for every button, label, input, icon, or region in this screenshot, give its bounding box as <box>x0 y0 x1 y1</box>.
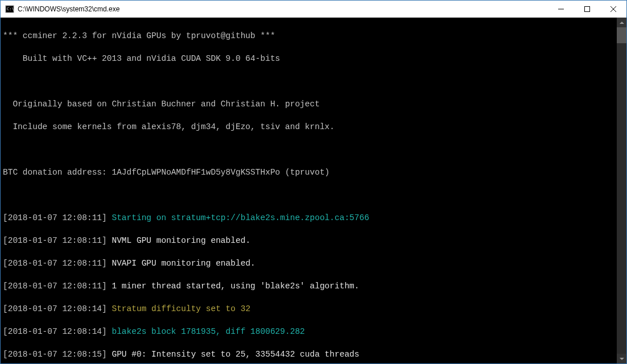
log-message: GPU #0: Intensity set to 25, 33554432 cu… <box>112 350 359 359</box>
scroll-thumb[interactable] <box>617 27 626 43</box>
log-timestamp: [2018-01-07 12:08:11] <box>3 259 107 268</box>
log-line: [2018-01-07 12:08:11] 1 miner thread sta… <box>3 280 626 292</box>
log-line: [2018-01-07 12:08:14] blake2s block 1781… <box>3 326 626 337</box>
log-message: Starting on stratum+tcp://blake2s.mine.z… <box>112 213 369 222</box>
console-area[interactable]: *** ccminer 2.2.3 for nVidia GPUs by tpr… <box>1 18 626 363</box>
svg-marker-7 <box>620 358 624 360</box>
log-line: [2018-01-07 12:08:11] NVML GPU monitorin… <box>3 235 626 246</box>
header-line: Built with VC++ 2013 and nVidia CUDA SDK… <box>3 53 626 64</box>
svg-text:C:\: C:\ <box>7 7 14 11</box>
log-message: NVML GPU monitoring enabled. <box>112 236 250 245</box>
log-timestamp: [2018-01-07 12:08:11] <box>3 236 107 245</box>
log-message: blake2s block 1781935, diff 1800629.282 <box>112 327 304 336</box>
scroll-up-button[interactable] <box>617 18 626 27</box>
svg-marker-6 <box>620 22 624 24</box>
cmd-window: C:\ C:\WINDOWS\system32\cmd.exe *** ccmi… <box>0 0 627 364</box>
log-message: Stratum difficulty set to 32 <box>112 304 250 313</box>
header-line: *** ccminer 2.2.3 for nVidia GPUs by tpr… <box>3 30 626 42</box>
header-line: BTC donation address: 1AJdfCpLWPNoAMDfHF… <box>3 167 626 178</box>
log-message: 1 miner thread started, using 'blake2s' … <box>112 282 359 291</box>
window-controls <box>548 1 626 17</box>
log-timestamp: [2018-01-07 12:08:15] <box>3 350 107 359</box>
blank-line <box>3 76 626 87</box>
minimize-button[interactable] <box>548 1 574 17</box>
log-timestamp: [2018-01-07 12:08:11] <box>3 213 107 222</box>
log-message: NVAPI GPU monitoring enabled. <box>112 259 255 268</box>
log-line: [2018-01-07 12:08:11] NVAPI GPU monitori… <box>3 258 626 269</box>
log-timestamp: [2018-01-07 12:08:11] <box>3 282 107 291</box>
scroll-down-button[interactable] <box>617 354 626 363</box>
header-line: Originally based on Christian Buchner an… <box>3 98 626 110</box>
log-line: [2018-01-07 12:08:11] Starting on stratu… <box>3 212 626 224</box>
cmd-icon: C:\ <box>5 5 14 14</box>
blank-line <box>3 144 626 155</box>
svg-rect-3 <box>585 6 590 11</box>
window-title: C:\WINDOWS\system32\cmd.exe <box>18 5 548 13</box>
title-bar: C:\ C:\WINDOWS\system32\cmd.exe <box>1 1 626 18</box>
log-timestamp: [2018-01-07 12:08:14] <box>3 304 107 313</box>
console-output: *** ccminer 2.2.3 for nVidia GPUs by tpr… <box>1 18 626 363</box>
blank-line <box>3 189 626 201</box>
log-line: [2018-01-07 12:08:15] GPU #0: Intensity … <box>3 349 626 360</box>
close-button[interactable] <box>600 1 626 17</box>
header-line: Include some kernels from alexis78, djm3… <box>3 121 626 133</box>
log-line: [2018-01-07 12:08:14] Stratum difficulty… <box>3 303 626 315</box>
maximize-button[interactable] <box>574 1 600 17</box>
log-timestamp: [2018-01-07 12:08:14] <box>3 327 107 336</box>
scrollbar[interactable] <box>617 18 626 363</box>
